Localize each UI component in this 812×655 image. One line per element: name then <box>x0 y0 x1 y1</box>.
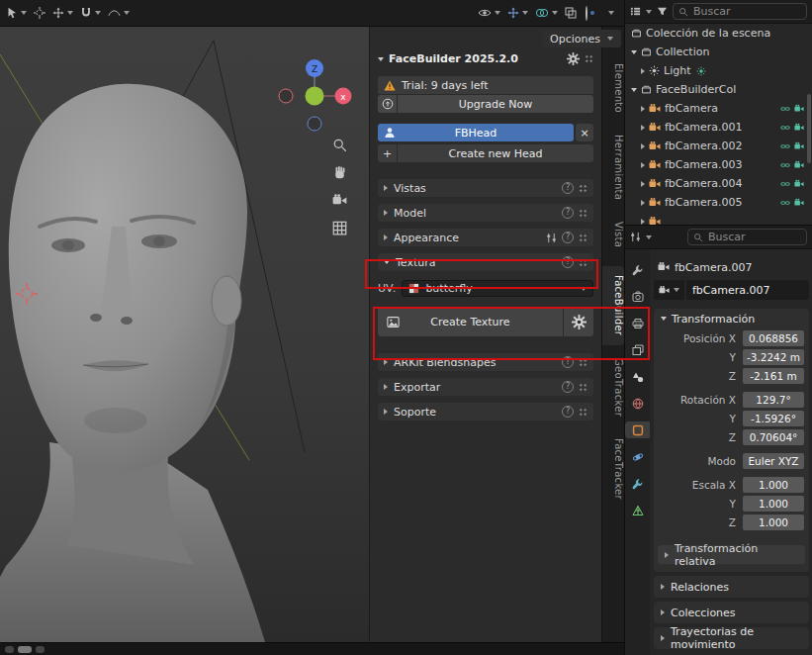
scale-y-field[interactable]: 1.000 <box>743 496 804 512</box>
help-icon[interactable]: ? <box>562 182 574 194</box>
proportional-editing-icon[interactable] <box>108 8 130 18</box>
camera-data-icon[interactable] <box>794 179 804 189</box>
position-x-field[interactable]: 0.068856 <box>743 330 804 346</box>
delta-transform-section[interactable]: Transformación relativa <box>658 545 805 564</box>
texture-settings-gear-icon[interactable] <box>564 307 593 336</box>
position-z-field[interactable]: -2.161 m <box>743 368 804 384</box>
rotation-mode-dropdown[interactable]: Euler XYZ <box>743 453 804 469</box>
upgrade-icon[interactable] <box>378 95 397 113</box>
upgrade-button[interactable]: Upgrade Now <box>398 95 593 113</box>
object-name-field[interactable]: fbCamera.007 <box>686 280 809 300</box>
sliders-icon[interactable] <box>546 233 557 243</box>
object-data-properties-tab[interactable] <box>625 502 650 518</box>
section-grip-icon[interactable] <box>579 184 587 193</box>
tool-properties-tab[interactable] <box>625 261 650 278</box>
pan-hand-icon[interactable] <box>332 165 347 180</box>
select-tool-icon[interactable] <box>6 7 27 19</box>
create-texture-button[interactable]: Create Texture <box>378 307 563 336</box>
section-vistas[interactable]: Vistas ? <box>378 179 593 197</box>
link-icon[interactable] <box>780 179 790 189</box>
panel-grip-icon[interactable] <box>585 54 593 63</box>
position-y-field[interactable]: -3.2242 m <box>743 349 804 365</box>
rotation-z-field[interactable]: 0.70604° <box>743 429 804 445</box>
link-icon[interactable] <box>780 123 790 133</box>
camera-data-icon[interactable] <box>794 141 804 151</box>
section-exportar[interactable]: Exportar ? <box>378 378 593 396</box>
outliner-row-camera[interactable]: fbCamera.001 <box>625 118 812 137</box>
outliner-row-camera-partial[interactable] <box>625 212 812 225</box>
rotation-x-field[interactable]: 129.7° <box>743 392 804 408</box>
section-soporte[interactable]: Soporte ? <box>378 403 593 421</box>
shading-rendered-icon[interactable] <box>600 11 604 15</box>
gizmo-icon[interactable] <box>507 7 528 19</box>
outliner-row-camera[interactable]: fbCamera <box>625 99 812 118</box>
filter-funnel-icon[interactable] <box>657 6 668 17</box>
section-grip-icon[interactable] <box>579 358 587 367</box>
object-type-dropdown[interactable] <box>654 280 684 300</box>
section-textura[interactable]: Textura ? <box>378 253 593 271</box>
outliner-row-camera[interactable]: fbCamera.005 <box>625 193 812 212</box>
section-grip-icon[interactable] <box>579 383 587 392</box>
camera-data-icon[interactable] <box>794 104 804 114</box>
visibility-icon[interactable] <box>478 8 500 18</box>
tab-elemento[interactable]: Elemento <box>602 54 624 122</box>
outliner-row-facebuildercol[interactable]: FaceBuilderCol <box>625 80 812 99</box>
light-data-icon[interactable] <box>696 66 706 76</box>
zoom-icon[interactable] <box>332 138 347 152</box>
uv-map-dropdown[interactable]: butterfly <box>402 280 593 297</box>
facebuilder-panel-header[interactable]: FaceBuilder 2025.2.0 <box>378 52 593 65</box>
render-properties-tab[interactable] <box>625 288 650 305</box>
outliner-row-light[interactable]: Light <box>625 61 812 80</box>
plus-icon[interactable]: + <box>378 144 397 162</box>
properties-search-input[interactable]: Buscar <box>687 229 807 245</box>
outliner-row-camera[interactable]: fbCamera.004 <box>625 174 812 193</box>
tab-vista[interactable]: Vista <box>602 213 624 256</box>
snap-magnet-icon[interactable] <box>80 7 101 19</box>
outliner-row-collection[interactable]: Collection <box>625 43 812 61</box>
camera-data-icon[interactable] <box>794 123 804 133</box>
link-icon[interactable] <box>780 160 790 170</box>
tab-facebuilder[interactable]: FaceBuilder <box>602 266 624 344</box>
gear-icon[interactable] <box>567 52 580 65</box>
scene-properties-tab[interactable] <box>625 368 650 385</box>
outliner-row-scene-collection[interactable]: Colección de la escena <box>625 24 812 43</box>
grid-ortho-icon[interactable] <box>332 221 347 235</box>
help-icon[interactable]: ? <box>562 381 574 393</box>
camera-view-icon[interactable] <box>332 193 347 208</box>
section-grip-icon[interactable] <box>579 258 587 267</box>
help-icon[interactable]: ? <box>562 207 574 219</box>
outliner-row-camera[interactable]: fbCamera.003 <box>625 155 812 174</box>
motion-paths-section[interactable]: Trayectorias de movimiento <box>654 627 809 649</box>
camera-data-icon[interactable] <box>794 160 804 170</box>
shading-solid-icon[interactable] <box>590 11 594 15</box>
section-appearance[interactable]: Appearance ? <box>378 229 593 246</box>
rotation-y-field[interactable]: -1.5926° <box>743 411 804 426</box>
viewlayer-properties-tab[interactable] <box>625 341 650 358</box>
editor-type-icon[interactable] <box>630 6 641 17</box>
scale-z-field[interactable]: 1.000 <box>743 515 804 530</box>
transform-tool-icon[interactable] <box>52 7 73 19</box>
tab-herramienta[interactable]: Herramienta <box>602 126 624 209</box>
outliner-search-input[interactable]: Buscar <box>673 3 807 20</box>
section-arkit[interactable]: ARKit Blendshapes ? <box>378 353 593 371</box>
xray-icon[interactable] <box>565 7 577 19</box>
create-new-head-button[interactable]: Create new Head <box>398 144 593 162</box>
tab-facetracker[interactable]: FaceTracker <box>602 429 624 509</box>
breadcrumb[interactable]: fbCamera.007 <box>654 255 809 279</box>
relations-section[interactable]: Relaciones <box>654 576 809 598</box>
scale-x-field[interactable]: 1.000 <box>743 477 804 493</box>
section-grip-icon[interactable] <box>579 209 587 218</box>
world-properties-tab[interactable] <box>625 395 650 412</box>
physics-properties-tab[interactable] <box>625 448 650 465</box>
outliner-row-camera[interactable]: fbCamera.002 <box>625 137 812 155</box>
fbhead-button[interactable]: FBHead <box>378 124 574 141</box>
editor-type-icon[interactable] <box>630 232 641 242</box>
shading-material-icon[interactable] <box>595 11 599 15</box>
link-icon[interactable] <box>780 104 790 114</box>
link-icon[interactable] <box>780 141 790 151</box>
outliner-scrollbar[interactable] <box>807 94 811 163</box>
section-grip-icon[interactable] <box>579 408 587 417</box>
section-model[interactable]: Model ? <box>378 204 593 222</box>
overlays-icon[interactable] <box>535 8 558 18</box>
help-icon[interactable]: ? <box>562 256 574 268</box>
